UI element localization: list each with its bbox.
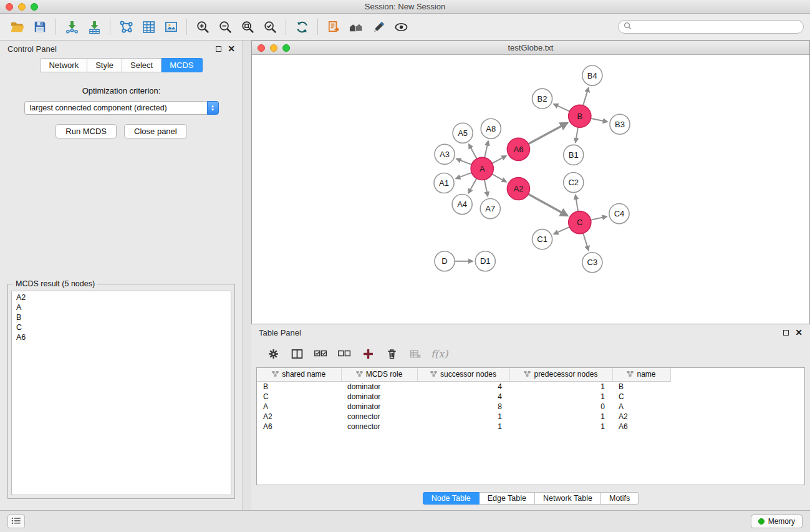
table-row[interactable]: Bdominator41B bbox=[257, 381, 670, 392]
network-node-a3[interactable]: A3 bbox=[435, 144, 455, 164]
delete-column-icon[interactable] bbox=[383, 346, 400, 362]
column-header-mcds-role[interactable]: MCDS role bbox=[341, 368, 417, 381]
network-node-a6[interactable]: A6 bbox=[507, 138, 529, 160]
run-mcds-button[interactable]: Run MCDS bbox=[55, 124, 117, 138]
network-edge[interactable] bbox=[527, 193, 567, 216]
network-node-c1[interactable]: C1 bbox=[533, 230, 552, 249]
network-node-a1[interactable]: A1 bbox=[434, 173, 454, 193]
show-hide-graphics-icon[interactable] bbox=[390, 16, 412, 37]
memory-button[interactable]: Memory bbox=[751, 515, 803, 528]
float-panel-icon[interactable] bbox=[216, 46, 221, 52]
table-row[interactable]: A6connector11A6 bbox=[257, 422, 670, 432]
network-edge[interactable] bbox=[554, 226, 571, 234]
column-header-name[interactable]: name bbox=[612, 368, 670, 381]
function-builder-icon[interactable]: f(x) bbox=[431, 346, 448, 362]
network-node-b2[interactable]: B2 bbox=[533, 89, 552, 109]
minimize-window-button[interactable] bbox=[18, 3, 26, 11]
network-zoom-button[interactable] bbox=[282, 44, 290, 52]
delete-table-icon[interactable] bbox=[407, 346, 423, 362]
tab-network[interactable]: Network bbox=[40, 58, 87, 72]
close-panel-icon[interactable]: ✕ bbox=[228, 44, 235, 53]
network-node-c2[interactable]: C2 bbox=[564, 172, 584, 192]
network-edge[interactable] bbox=[589, 216, 607, 220]
column-header-predecessor-nodes[interactable]: predecessor nodes bbox=[509, 368, 612, 381]
result-item[interactable]: C bbox=[15, 322, 228, 332]
zoom-out-icon[interactable] bbox=[214, 16, 236, 37]
network-node-b[interactable]: B bbox=[569, 105, 591, 127]
close-panel-button[interactable]: Close panel bbox=[124, 124, 187, 138]
result-item[interactable]: A2 bbox=[15, 293, 228, 302]
network-node-a[interactable]: A bbox=[471, 157, 493, 180]
network-overview-icon[interactable] bbox=[115, 16, 137, 37]
column-header-successor-nodes[interactable]: successor nodes bbox=[417, 368, 509, 381]
network-node-c[interactable]: C bbox=[569, 211, 591, 234]
network-edge[interactable] bbox=[468, 177, 477, 193]
network-node-a8[interactable]: A8 bbox=[481, 118, 501, 138]
select-all-icon[interactable] bbox=[312, 346, 329, 362]
close-window-button[interactable] bbox=[6, 3, 13, 11]
tab-node-table[interactable]: Node Table bbox=[423, 492, 480, 505]
import-network-from-file-icon[interactable] bbox=[60, 16, 83, 37]
network-node-d1[interactable]: D1 bbox=[475, 251, 495, 271]
network-node-b4[interactable]: B4 bbox=[582, 65, 602, 85]
deselect-all-icon[interactable] bbox=[336, 346, 352, 362]
panel-splitter[interactable] bbox=[243, 41, 251, 510]
network-node-a5[interactable]: A5 bbox=[453, 123, 473, 143]
home-pages-icon[interactable] bbox=[345, 16, 367, 37]
network-edge[interactable] bbox=[576, 126, 578, 143]
export-image-icon[interactable] bbox=[160, 16, 182, 37]
network-edge[interactable] bbox=[528, 123, 568, 145]
refresh-layout-icon[interactable] bbox=[291, 16, 313, 37]
network-edge[interactable] bbox=[456, 172, 473, 178]
network-node-a4[interactable]: A4 bbox=[452, 195, 472, 215]
network-node-b3[interactable]: B3 bbox=[610, 114, 630, 134]
save-session-icon[interactable] bbox=[29, 16, 51, 37]
network-edge[interactable] bbox=[576, 195, 578, 212]
tab-edge-table[interactable]: Edge Table bbox=[480, 492, 535, 505]
network-edge[interactable] bbox=[491, 156, 506, 164]
table-row[interactable]: Adominator80A bbox=[257, 402, 670, 412]
network-edge[interactable] bbox=[582, 87, 588, 107]
table-close-panel-icon[interactable]: ✕ bbox=[795, 328, 803, 337]
table-settings-icon[interactable] bbox=[265, 346, 281, 362]
table-row[interactable]: Cdominator41C bbox=[257, 392, 670, 402]
network-node-d[interactable]: D bbox=[435, 251, 455, 271]
network-minimize-button[interactable] bbox=[270, 44, 277, 52]
split-panel-icon[interactable] bbox=[289, 346, 305, 362]
mcds-result-list[interactable]: A2ABCA6 bbox=[11, 291, 231, 495]
table-row[interactable]: A2connector11A2 bbox=[257, 412, 670, 422]
table-float-panel-icon[interactable] bbox=[783, 330, 789, 336]
result-item[interactable]: B bbox=[15, 312, 228, 322]
import-table-from-file-icon[interactable] bbox=[83, 16, 105, 37]
network-edge[interactable] bbox=[485, 141, 488, 159]
network-node-c3[interactable]: C3 bbox=[582, 253, 602, 273]
network-edge[interactable] bbox=[554, 104, 571, 112]
add-column-icon[interactable] bbox=[360, 346, 376, 362]
result-item[interactable]: A6 bbox=[15, 332, 228, 342]
network-edge[interactable] bbox=[491, 173, 506, 182]
network-node-a2[interactable]: A2 bbox=[507, 177, 529, 200]
zoom-fit-icon[interactable] bbox=[236, 16, 259, 37]
network-close-button[interactable] bbox=[258, 44, 265, 52]
network-node-a7[interactable]: A7 bbox=[480, 199, 500, 219]
panel-menu-button[interactable] bbox=[7, 515, 25, 528]
column-header-shared-name[interactable]: shared name bbox=[257, 368, 341, 381]
first-neighbors-icon[interactable] bbox=[322, 16, 345, 37]
search-input[interactable] bbox=[635, 22, 798, 31]
tab-style[interactable]: Style bbox=[87, 58, 122, 72]
network-edge[interactable] bbox=[469, 144, 478, 160]
annotation-pen-icon[interactable] bbox=[367, 16, 390, 37]
network-view[interactable]: B4B2BB3B1A5A8A6A3AA1A2C2A4A7CC4C1C3DD1 bbox=[252, 55, 809, 324]
tab-network-table[interactable]: Network Table bbox=[535, 492, 601, 505]
optimization-dropdown[interactable]: largest connected component (directed) ▲… bbox=[24, 101, 219, 115]
network-edge[interactable] bbox=[589, 118, 607, 122]
network-canvas[interactable]: B4B2BB3B1A5A8A6A3AA1A2C2A4A7CC4C1C3DD1 bbox=[252, 55, 809, 324]
network-and-table-icon[interactable] bbox=[137, 16, 160, 37]
tab-mcds[interactable]: MCDS bbox=[162, 58, 202, 72]
zoom-window-button[interactable] bbox=[31, 3, 38, 11]
network-node-b1[interactable]: B1 bbox=[564, 145, 584, 165]
tab-motifs[interactable]: Motifs bbox=[601, 492, 639, 505]
network-edge[interactable] bbox=[583, 232, 589, 251]
network-edge[interactable] bbox=[484, 178, 488, 196]
network-node-c4[interactable]: C4 bbox=[609, 204, 629, 224]
